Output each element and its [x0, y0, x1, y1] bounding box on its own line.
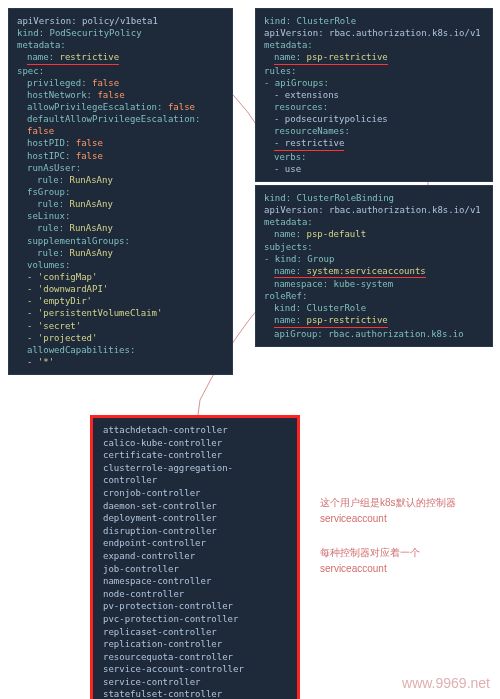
annotation-1: 这个用户组是k8s默认的控制器 serviceaccount: [320, 495, 470, 527]
line: kind: ClusterRole: [274, 303, 366, 313]
v: RunAsAny: [70, 248, 113, 258]
sa-item: cronjob-controller: [103, 487, 287, 500]
k: name:: [274, 229, 301, 239]
sa-item: namespace-controller: [103, 575, 287, 588]
crb-roleref-key: name:: [274, 315, 301, 325]
sa-item: pv-protection-controller: [103, 600, 287, 613]
sa-item: endpoint-controller: [103, 537, 287, 550]
line: runAsUser:: [27, 163, 81, 173]
sa-item: service-controller: [103, 676, 287, 689]
sa-item: clusterrole-aggregation-controller: [103, 462, 287, 487]
psp-code-block: apiVersion: policy/v1beta1 kind: PodSecu…: [8, 8, 233, 375]
v: false: [168, 102, 195, 112]
v: false: [92, 78, 119, 88]
line: - '*': [27, 357, 54, 367]
cr-name-val: psp-restrictive: [307, 52, 388, 62]
line: kind: ClusterRole: [264, 16, 356, 26]
k: allowPrivilegeEscalation:: [27, 102, 162, 112]
line: volumes:: [27, 260, 70, 270]
sa-item: daemon-set-controller: [103, 500, 287, 513]
line: supplementalGroups:: [27, 236, 130, 246]
k: rule:: [37, 248, 64, 258]
sa-item: service-account-controller: [103, 663, 287, 676]
k: hostPID:: [27, 138, 70, 148]
k: privileged:: [27, 78, 87, 88]
line: verbs:: [274, 152, 307, 162]
line: namespace: kube-system: [274, 279, 393, 289]
sa-item: calico-kube-controller: [103, 437, 287, 450]
sa-item: job-controller: [103, 563, 287, 576]
cr-name-key: name:: [274, 52, 301, 62]
line: subjects:: [264, 242, 313, 252]
line: fsGroup:: [27, 187, 70, 197]
line: apiVersion: policy/v1beta1: [17, 16, 158, 26]
line: - podsecuritypolicies: [274, 114, 388, 124]
line: - use: [274, 164, 301, 174]
line: apiGroup: rbac.authorization.k8s.io: [274, 329, 464, 339]
sa-item: replicaset-controller: [103, 626, 287, 639]
line: metadata:: [264, 217, 313, 227]
clusterrole-code-block: kind: ClusterRole apiVersion: rbac.autho…: [255, 8, 493, 182]
line: resources:: [274, 102, 328, 112]
line: spec:: [17, 66, 44, 76]
crb-roleref-val: psp-restrictive: [307, 315, 388, 325]
vol: - 'persistentVolumeClaim': [27, 308, 162, 318]
vol: - 'downwardAPI': [27, 284, 108, 294]
vol: - 'projected': [27, 333, 97, 343]
clusterrolebinding-code-block: kind: ClusterRoleBinding apiVersion: rba…: [255, 185, 493, 347]
sa-item: attachdetach-controller: [103, 424, 287, 437]
line: kind: PodSecurityPolicy: [17, 28, 142, 38]
v: false: [97, 90, 124, 100]
crb-subj-val: system:serviceaccounts: [307, 266, 426, 276]
sa-item: pvc-protection-controller: [103, 613, 287, 626]
sa-item: replication-controller: [103, 638, 287, 651]
sa-item: node-controller: [103, 588, 287, 601]
k: rule:: [37, 223, 64, 233]
v: RunAsAny: [70, 175, 113, 185]
line: - kind: Group: [264, 254, 334, 264]
psp-name-val: restrictive: [60, 52, 120, 62]
line: roleRef:: [264, 291, 307, 301]
line: - apiGroups:: [264, 78, 329, 88]
k: hostIPC:: [27, 151, 70, 161]
sa-item: disruption-controller: [103, 525, 287, 538]
line: seLinux:: [27, 211, 70, 221]
v: psp-default: [307, 229, 367, 239]
vol: - 'configMap': [27, 272, 97, 282]
v: false: [76, 151, 103, 161]
k: hostNetwork:: [27, 90, 92, 100]
line: allowedCapabilities:: [27, 345, 135, 355]
line: rules:: [264, 66, 297, 76]
line: metadata:: [264, 40, 313, 50]
k: rule:: [37, 199, 64, 209]
vol: - 'secret': [27, 321, 81, 331]
cr-resname: - restrictive: [274, 137, 344, 150]
v: false: [76, 138, 103, 148]
sa-item: expand-controller: [103, 550, 287, 563]
crb-subj-key: name:: [274, 266, 301, 276]
line: - extensions: [274, 90, 339, 100]
watermark: www.9969.net: [402, 675, 490, 691]
serviceaccounts-list-block: attachdetach-controllercalico-kube-contr…: [90, 415, 300, 699]
line: apiVersion: rbac.authorization.k8s.io/v1: [264, 205, 481, 215]
v: false: [27, 126, 54, 136]
annotation-2: 每种控制器对应着一个 serviceaccount: [320, 545, 470, 577]
v: RunAsAny: [70, 223, 113, 233]
line: metadata:: [17, 40, 66, 50]
sa-item: deployment-controller: [103, 512, 287, 525]
line: resourceNames:: [274, 126, 350, 136]
k: rule:: [37, 175, 64, 185]
psp-name-key: name:: [27, 52, 54, 62]
vol: - 'emptyDir': [27, 296, 92, 306]
sa-item: statefulset-controller: [103, 688, 287, 699]
sa-item: resourcequota-controller: [103, 651, 287, 664]
line: apiVersion: rbac.authorization.k8s.io/v1: [264, 28, 481, 38]
v: RunAsAny: [70, 199, 113, 209]
k: defaultAllowPrivilegeEscalation:: [27, 114, 200, 124]
line: kind: ClusterRoleBinding: [264, 193, 394, 203]
sa-item: certificate-controller: [103, 449, 287, 462]
